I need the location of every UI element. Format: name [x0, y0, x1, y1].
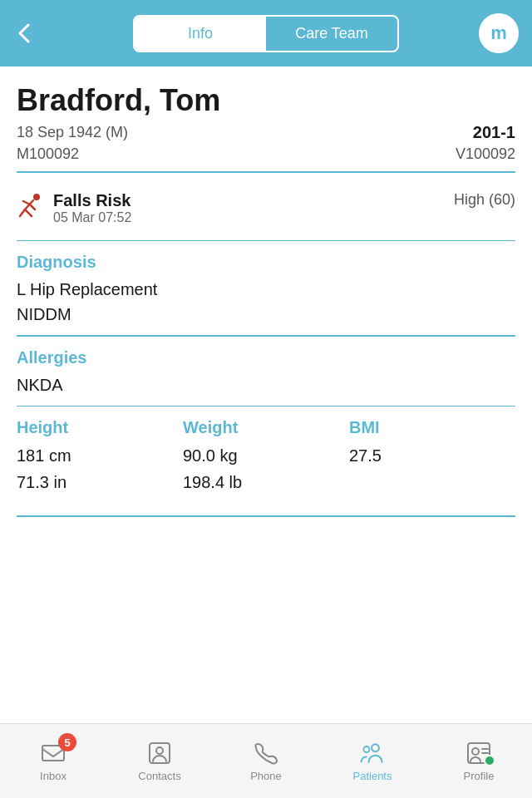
patients-icon — [359, 740, 386, 766]
patient-room: 201-1 — [473, 123, 515, 142]
contacts-label: Contacts — [138, 770, 180, 782]
profile-icon-wrapper — [466, 740, 492, 766]
patient-mrn: M100092 — [17, 145, 79, 163]
svg-line-3 — [25, 209, 32, 216]
inbox-icon-wrapper: 5 — [40, 740, 66, 766]
falls-risk-section: Falls Risk 05 Mar 07:52 High (60) — [17, 181, 515, 232]
profile-online-dot — [484, 755, 495, 766]
tab-group: Info Care Team — [133, 15, 399, 52]
weight-label: Weight — [183, 418, 349, 437]
patient-name: Bradford, Tom — [17, 83, 515, 118]
contacts-icon — [146, 740, 173, 766]
inbox-label: Inbox — [40, 770, 66, 782]
patient-dob: 18 Sep 1942 (M) — [17, 124, 128, 141]
header: Info Care Team m — [0, 0, 532, 66]
bmi-value: 27.5 — [349, 442, 515, 469]
bottom-nav: 5 Inbox Contacts Phone — [0, 723, 532, 798]
allergies-label: Allergies — [17, 348, 515, 367]
allergies-value: NKDA — [17, 372, 515, 397]
bmi-label: BMI — [349, 418, 515, 437]
divider-4 — [17, 406, 515, 407]
divider-1 — [17, 171, 515, 173]
falls-risk-left: Falls Risk 05 Mar 07:52 — [17, 191, 131, 225]
svg-point-0 — [33, 194, 40, 200]
main-content: Bradford, Tom 18 Sep 1942 (M) 201-1 M100… — [0, 66, 532, 517]
falls-risk-time: 05 Mar 07:52 — [53, 210, 131, 225]
nav-inbox[interactable]: 5 Inbox — [0, 740, 106, 782]
svg-line-4 — [23, 201, 30, 204]
falls-risk-icon — [17, 193, 45, 221]
patient-vid: V100092 — [456, 145, 515, 163]
svg-line-5 — [30, 204, 35, 209]
bmi-block: BMI 27.5 — [349, 418, 515, 495]
height-block: Height 181 cm 71.3 in — [17, 418, 183, 495]
nav-phone[interactable]: Phone — [213, 740, 319, 782]
height-in: 71.3 in — [17, 469, 183, 495]
height-cm: 181 cm — [17, 442, 183, 469]
falls-risk-label: Falls Risk — [53, 191, 131, 210]
avatar[interactable]: m — [479, 13, 519, 53]
phone-label: Phone — [250, 770, 282, 782]
inbox-badge: 5 — [58, 733, 76, 751]
svg-point-9 — [372, 744, 379, 751]
divider-5 — [17, 515, 515, 517]
diagnosis-line-2: NIDDM — [17, 302, 515, 327]
patients-icon-wrapper — [359, 740, 386, 766]
back-button[interactable] — [13, 22, 37, 45]
falls-risk-info: Falls Risk 05 Mar 07:52 — [53, 191, 131, 225]
patient-id-row: M100092 V100092 — [17, 145, 515, 163]
height-label: Height — [17, 418, 183, 437]
patients-label: Patients — [353, 770, 392, 782]
contacts-icon-wrapper — [146, 740, 173, 766]
patient-meta-row: 18 Sep 1942 (M) 201-1 — [17, 123, 515, 142]
weight-lb: 198.4 lb — [183, 469, 349, 495]
svg-point-8 — [156, 747, 163, 754]
phone-icon — [253, 740, 279, 766]
svg-point-10 — [363, 746, 369, 752]
weight-block: Weight 90.0 kg 198.4 lb — [183, 418, 349, 495]
tab-care-team[interactable]: Care Team — [266, 17, 397, 51]
nav-contacts[interactable]: Contacts — [106, 740, 213, 782]
diagnosis-label: Diagnosis — [17, 253, 515, 272]
phone-icon-wrapper — [253, 740, 279, 766]
nav-patients[interactable]: Patients — [319, 740, 426, 782]
divider-3 — [17, 335, 515, 337]
nav-profile[interactable]: Profile — [426, 740, 532, 782]
diagnosis-line-1: L Hip Replacement — [17, 277, 515, 302]
tab-info[interactable]: Info — [135, 17, 266, 51]
diagnosis-value: L Hip Replacement NIDDM — [17, 277, 515, 327]
weight-kg: 90.0 kg — [183, 442, 349, 469]
profile-label: Profile — [464, 770, 495, 782]
vitals-row: Height 181 cm 71.3 in Weight 90.0 kg 198… — [17, 418, 515, 507]
falls-risk-value: High (60) — [454, 191, 515, 209]
divider-2 — [17, 240, 515, 242]
svg-line-2 — [20, 209, 25, 216]
svg-point-12 — [472, 748, 479, 755]
